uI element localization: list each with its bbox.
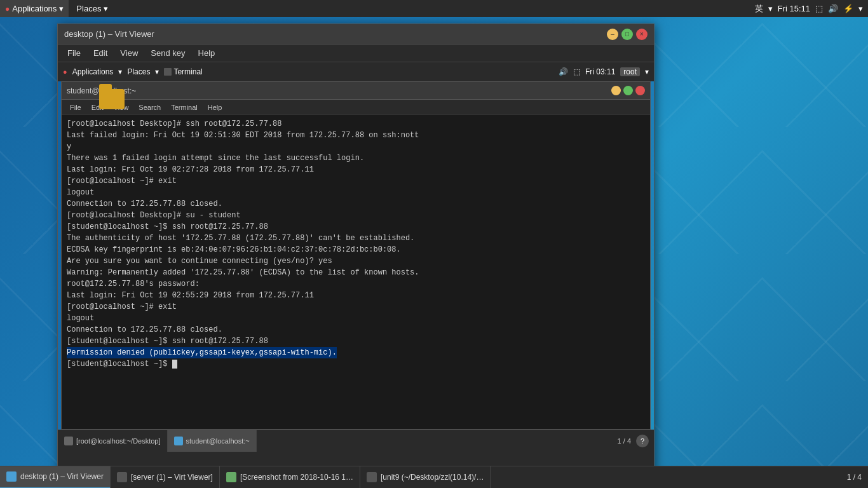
vm-display-area[interactable]: ● Applications ▾ Places ▾ Terminal 🔊 ⬚ F… — [58, 62, 654, 452]
taskbar-right: 1 / 4 — [847, 473, 868, 482]
terminal-line: Connection to 172.25.77.88 closed. — [67, 198, 645, 210]
taskbar-label-1: desktop (1) – Virt Viewer — [20, 472, 104, 481]
inner-time: Fri 03:11 — [585, 67, 615, 76]
terminal-line: [student@localhost ~]$ ssh root@172.25.7… — [67, 221, 645, 233]
display-icon[interactable]: ⬚ — [815, 4, 823, 13]
virt-close-button[interactable]: × — [636, 29, 648, 40]
system-time: Fri 15:11 — [778, 4, 810, 13]
inner-places-arrow: ▾ — [155, 67, 159, 76]
vm-task-icon-2 — [174, 437, 183, 445]
virt-viewer-window: desktop (1) – Virt Viewer – □ × File Edi… — [57, 24, 654, 475]
terminal-line: [root@localhost ~]# exit — [67, 301, 645, 313]
virt-window-controls: – □ × — [607, 29, 648, 40]
terminal-line: [student@localhost ~]$ ssh root@172.25.7… — [67, 336, 645, 347]
vm-task-icon-1 — [64, 437, 73, 445]
terminal-line: ECDSA key fingerprint is eb:24:0e:07:96:… — [67, 244, 645, 255]
inner-user-arrow: ▾ — [645, 67, 649, 76]
inner-applications-arrow: ▾ — [118, 67, 122, 76]
taskbar-label-4: [unit9 (~/Desktop/zzl(10.14)/… — [381, 473, 484, 482]
taskbar-icon-4 — [367, 472, 377, 482]
vm-task-student[interactable]: student@localhost:~ — [168, 430, 257, 452]
taskbar-item-screenshot[interactable]: [Screenshot from 2018-10-16 1… — [220, 466, 360, 489]
virt-menu-help[interactable]: Help — [192, 44, 222, 62]
main-taskbar: desktop (1) – Virt Viewer [server (1) – … — [0, 466, 868, 488]
terminal-maximize-button[interactable] — [623, 86, 633, 95]
folder-shape — [99, 89, 125, 109]
inner-terminal-icon — [164, 68, 172, 76]
virt-menu-sendkey[interactable]: Send key — [144, 44, 191, 62]
terminal-menubar: File Edit View Search Terminal Help — [62, 100, 650, 115]
terminal-cursor — [172, 360, 177, 369]
battery-icon[interactable]: ⚡ — [843, 4, 853, 13]
vm-task-right: 1 / 4 ? — [618, 435, 654, 447]
topbar-left: ● Applications ▾ Places ▾ — [0, 0, 113, 17]
places-arrow: ▾ — [104, 4, 108, 13]
taskbar-icon-3 — [226, 472, 236, 482]
taskbar-label-3: [Screenshot from 2018-10-16 1… — [240, 473, 353, 482]
terminal-titlebar: student@localhost:~ — [62, 82, 650, 100]
vm-help-button[interactable]: ? — [636, 435, 649, 447]
terminal-line: Last login: Fri Oct 19 02:27:28 2018 fro… — [67, 164, 645, 175]
terminal-close-button[interactable] — [635, 86, 645, 95]
language-indicator[interactable]: 英 — [755, 3, 763, 15]
applications-arrow: ▾ — [59, 4, 64, 13]
inner-display-icon[interactable]: ⬚ — [573, 67, 580, 76]
virt-titlebar: desktop (1) – Virt Viewer – □ × — [58, 24, 654, 44]
taskbar-icon-2 — [117, 472, 127, 482]
virt-maximize-button[interactable]: □ — [621, 29, 633, 40]
terminal-menu-terminal[interactable]: Terminal — [166, 100, 203, 115]
terminal-line: There was 1 failed login attempt since t… — [67, 152, 645, 164]
terminal-line: Connection to 172.25.77.88 closed. — [67, 324, 645, 336]
inner-topbar-right: 🔊 ⬚ Fri 03:11 root ▾ — [559, 67, 649, 76]
places-menu[interactable]: Places ▾ — [71, 0, 113, 17]
terminal-line: Last login: Fri Oct 19 02:55:29 2018 fro… — [67, 290, 645, 301]
inner-applications-label[interactable]: Applications — [72, 67, 114, 76]
terminal-menu-file[interactable]: File — [65, 100, 86, 115]
applications-label: Applications — [12, 4, 57, 13]
vm-taskbar: [root@localhost:~/Desktop] student@local… — [58, 430, 654, 452]
terminal-menu-search[interactable]: Search — [133, 100, 166, 115]
vm-page-indicator: 1 / 4 — [618, 437, 631, 445]
terminal-line: logout — [67, 187, 645, 198]
inner-places-label[interactable]: Places — [127, 67, 150, 76]
inner-volume-icon[interactable]: 🔊 — [559, 67, 568, 76]
virt-menu-view[interactable]: View — [114, 44, 144, 62]
terminal-prompt-line[interactable]: [student@localhost ~]$ — [67, 358, 645, 370]
taskbar-item-desktop1[interactable]: desktop (1) – Virt Viewer — [0, 466, 111, 489]
terminal-line: Warning: Permanently added '172.25.77.88… — [67, 267, 645, 278]
terminal-line: y — [67, 141, 645, 152]
places-label: Places — [76, 4, 101, 13]
virt-menu-file[interactable]: File — [61, 44, 87, 62]
applications-menu[interactable]: ● Applications ▾ — [0, 0, 69, 17]
terminal-controls — [611, 86, 645, 95]
desktop-folder-icon[interactable] — [99, 89, 131, 118]
terminal-line: [root@localhost Desktop]# su - student — [67, 210, 645, 221]
inner-topbar-left: ● Applications ▾ Places ▾ Terminal — [63, 67, 203, 76]
virt-menu-edit[interactable]: Edit — [87, 44, 114, 62]
system-menu-arrow[interactable]: ▾ — [858, 4, 863, 13]
virt-minimize-button[interactable]: – — [607, 29, 618, 40]
volume-icon[interactable]: 🔊 — [828, 4, 838, 13]
vm-task-root-desktop[interactable]: [root@localhost:~/Desktop] — [58, 430, 168, 452]
vm-task1-label: [root@localhost:~/Desktop] — [76, 437, 161, 445]
terminal-minimize-button[interactable] — [611, 86, 621, 95]
vm-task2-label: student@localhost:~ — [186, 437, 250, 445]
taskbar-item-server1[interactable]: [server (1) – Virt Viewer] — [111, 466, 220, 489]
topbar-right: 英 ▾ Fri 15:11 ⬚ 🔊 ⚡ ▾ — [755, 3, 868, 15]
taskbar-item-unit9[interactable]: [unit9 (~/Desktop/zzl(10.14)/… — [360, 466, 491, 489]
terminal-menu-help[interactable]: Help — [203, 100, 227, 115]
system-topbar: ● Applications ▾ Places ▾ 英 ▾ Fri 15:11 … — [0, 0, 868, 17]
lang-arrow: ▾ — [768, 4, 773, 13]
terminal-line: Last failed login: Fri Oct 19 02:51:30 E… — [67, 130, 645, 141]
terminal-window[interactable]: student@localhost:~ File Edit View Searc… — [61, 81, 651, 430]
terminal-line: Are you sure you want to continue connec… — [67, 255, 645, 267]
inner-terminal-label[interactable]: Terminal — [173, 67, 202, 76]
inner-user-label[interactable]: root — [620, 67, 640, 76]
terminal-line: root@172.25.77.88's password: — [67, 278, 645, 290]
virt-window-title: desktop (1) – Virt Viewer — [64, 29, 154, 39]
terminal-line: logout — [67, 313, 645, 324]
terminal-line: [root@localhost Desktop]# ssh root@172.2… — [67, 118, 645, 130]
main-page-indicator: 1 / 4 — [847, 473, 862, 482]
terminal-content[interactable]: [root@localhost Desktop]# ssh root@172.2… — [62, 115, 650, 429]
virt-menubar: File Edit View Send key Help — [58, 44, 654, 62]
